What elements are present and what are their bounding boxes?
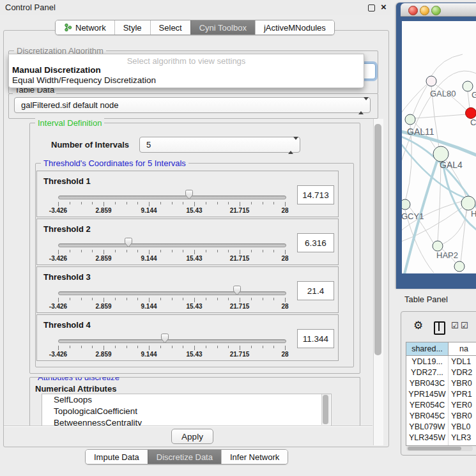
slider-handle[interactable] <box>160 333 170 344</box>
network-node[interactable] <box>405 114 415 125</box>
slider-handle[interactable] <box>184 189 194 201</box>
minor-tick <box>92 202 93 204</box>
threshold-label: Threshold 1 <box>43 176 91 186</box>
threshold-1-value-field[interactable]: 14.713 <box>297 185 334 204</box>
numerical-attributes-list[interactable]: SelfLoopsTopologicalCoefficientBetweenne… <box>42 394 332 427</box>
tab-select[interactable]: Select <box>150 20 190 35</box>
slider-track[interactable] <box>58 196 286 199</box>
network-node[interactable] <box>426 76 436 86</box>
network-node[interactable] <box>433 241 443 251</box>
settings-scrollbar-thumb[interactable] <box>374 124 381 355</box>
network-edge[interactable] <box>402 84 427 117</box>
network-node[interactable] <box>402 199 410 210</box>
minor-tick <box>251 202 252 204</box>
tab-jactivemnodules[interactable]: jActiveMNodules <box>255 20 334 35</box>
cell-name: YPR1 <box>449 388 476 399</box>
node-attribute-table[interactable]: shared...naYDL19...YDL1YDR27...YDR2YBR04… <box>406 342 476 446</box>
algorithm-option-manual-discretization[interactable]: Manual Discretization <box>12 65 101 75</box>
split-columns-icon[interactable] <box>434 321 445 335</box>
axis-tick-label: 21.715 <box>230 207 250 214</box>
axis-tick-label: 9.144 <box>141 303 157 310</box>
table-row[interactable]: YBL079WYBL0 <box>406 421 476 432</box>
threshold-4-value-field[interactable]: 11.344 <box>297 329 334 348</box>
number-of-intervals-combobox[interactable]: 5 <box>139 137 300 153</box>
table-row[interactable]: YBR043CYBR0 <box>406 378 476 388</box>
minor-tick <box>273 202 274 204</box>
checkbox-select-all-icon[interactable]: ☑ <box>461 321 468 330</box>
tab-network[interactable]: Network <box>56 20 114 35</box>
cell-name: YBR0 <box>449 378 476 388</box>
minor-tick <box>81 250 82 252</box>
tab-infer-network[interactable]: Infer Network <box>221 450 288 464</box>
major-tick <box>104 298 104 302</box>
close-panel-icon[interactable]: × <box>381 1 387 12</box>
network-node[interactable] <box>466 108 476 119</box>
cyni-mode-tabbar: Impute DataDiscretize DataInfer Network <box>85 449 288 464</box>
slider-track[interactable] <box>58 291 286 295</box>
table-row[interactable]: YER054CYER0 <box>406 399 476 410</box>
threshold-2-panel: Threshold 2-3.4262.8599.14415.4321.71528… <box>36 219 339 265</box>
algorithm-option-equal-width-frequency-discretization[interactable]: Equal Width/Frequency Discretization <box>12 75 156 85</box>
cell-shared-name: YDR27... <box>406 367 449 378</box>
network-edge[interactable] <box>438 162 441 241</box>
float-window-icon[interactable] <box>368 4 375 12</box>
major-tick <box>194 298 195 302</box>
network-edge[interactable] <box>431 54 463 76</box>
minimize-traffic-light-icon[interactable] <box>420 6 429 15</box>
tab-discretize-data[interactable]: Discretize Data <box>148 450 221 464</box>
tab-cyni-toolbox[interactable]: Cyni Toolbox <box>190 20 255 35</box>
slider-track[interactable] <box>58 339 286 343</box>
attribute-item-selfloops[interactable]: SelfLoops <box>42 394 331 406</box>
slider-track[interactable] <box>58 243 286 247</box>
major-tick <box>240 250 240 254</box>
tab-style[interactable]: Style <box>114 20 150 35</box>
network-edge[interactable] <box>413 85 427 115</box>
threshold-3-value-field[interactable]: 21.4 <box>297 281 334 300</box>
slider-handle[interactable] <box>123 237 134 249</box>
network-canvas[interactable]: GAL80GACGAL11GAL4GCY1HHAP2 <box>402 21 476 273</box>
cell-shared-name: YBR043C <box>406 378 449 388</box>
table-horizontal-scrollbar-thumb[interactable] <box>408 447 461 450</box>
table-row[interactable]: YBR045CYBR0 <box>406 410 476 421</box>
column-header-shared-[interactable]: shared... <box>406 342 449 355</box>
minor-tick <box>81 298 82 300</box>
threshold-2-value-field[interactable]: 6.316 <box>297 233 334 252</box>
zoom-traffic-light-icon[interactable] <box>431 6 441 15</box>
minor-tick <box>160 346 161 348</box>
axis-tick-label: 21.715 <box>230 255 250 262</box>
network-node[interactable] <box>454 261 464 272</box>
minor-tick <box>206 202 206 204</box>
network-edge[interactable] <box>468 91 470 108</box>
minor-tick <box>81 346 82 348</box>
table-row[interactable]: YLR345WYLR3 <box>406 432 476 443</box>
minor-tick <box>217 298 218 300</box>
major-tick <box>149 346 150 350</box>
major-tick <box>58 202 59 206</box>
table-row[interactable]: YDL19...YDL1 <box>406 356 476 367</box>
network-edge[interactable] <box>415 114 466 118</box>
table-data-combobox[interactable]: galFiltered.sif default node <box>14 97 371 113</box>
attribute-item-topologicalcoefficient[interactable]: TopologicalCoefficient <box>42 406 331 417</box>
minor-tick <box>273 250 274 252</box>
attributes-list-scrollbar-thumb[interactable] <box>323 395 328 424</box>
table-data-selected-value: galFiltered.sif default node <box>21 100 118 110</box>
minor-tick <box>183 202 183 204</box>
apply-button[interactable]: Apply <box>171 429 213 444</box>
minor-tick <box>273 298 274 300</box>
minor-tick <box>172 202 173 204</box>
minor-tick <box>183 346 183 348</box>
minor-tick <box>127 202 127 204</box>
axis-tick-label: -3.426 <box>49 351 67 358</box>
slider-handle[interactable] <box>232 285 242 296</box>
checkbox-select-icon[interactable]: ☑ <box>451 321 459 330</box>
major-tick <box>285 202 286 206</box>
tab-impute-data[interactable]: Impute Data <box>86 450 148 464</box>
close-traffic-light-icon[interactable] <box>408 6 418 15</box>
table-row[interactable]: YDR27...YDR2 <box>406 367 476 378</box>
table-row[interactable]: YPR145WYPR1 <box>406 388 476 399</box>
gear-icon[interactable]: ⚙ <box>413 319 423 332</box>
node-label-gal80: GAL80 <box>430 89 456 98</box>
network-window-titlebar[interactable] <box>401 3 476 17</box>
column-header-na[interactable]: na <box>449 342 476 355</box>
network-node[interactable] <box>461 196 475 210</box>
